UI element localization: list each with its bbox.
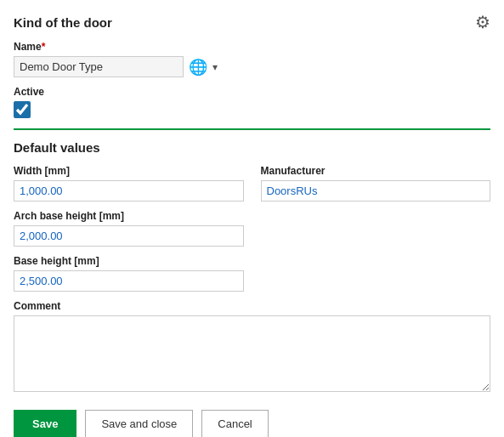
width-input[interactable]: [14, 180, 244, 201]
cancel-button[interactable]: Cancel: [201, 410, 268, 437]
save-and-close-button[interactable]: Save and close: [85, 410, 193, 437]
button-row: Save Save and close Cancel: [14, 406, 490, 437]
active-label: Active: [14, 86, 490, 98]
section-title-kind: Kind of the door: [14, 15, 112, 30]
save-button[interactable]: Save: [14, 410, 76, 437]
chevron-down-icon[interactable]: ▾: [212, 61, 218, 73]
comment-textarea[interactable]: [14, 315, 490, 392]
manufacturer-input[interactable]: [261, 180, 491, 201]
section-title-default: Default values: [14, 140, 490, 155]
manufacturer-label: Manufacturer: [261, 165, 491, 177]
width-label: Width [mm]: [14, 165, 244, 177]
comment-label: Comment: [14, 300, 490, 312]
globe-icon[interactable]: 🌐: [189, 58, 207, 77]
base-height-input[interactable]: [14, 270, 244, 292]
arch-base-height-label: Arch base height [mm]: [14, 210, 244, 222]
required-star: *: [42, 41, 46, 53]
section-divider: [14, 128, 490, 130]
active-checkbox[interactable]: [14, 101, 31, 118]
name-label: Name*: [14, 41, 490, 53]
gear-icon[interactable]: ⚙: [475, 12, 490, 32]
arch-base-height-input[interactable]: [14, 225, 244, 247]
base-height-label: Base height [mm]: [14, 255, 244, 267]
name-input[interactable]: [14, 56, 184, 77]
